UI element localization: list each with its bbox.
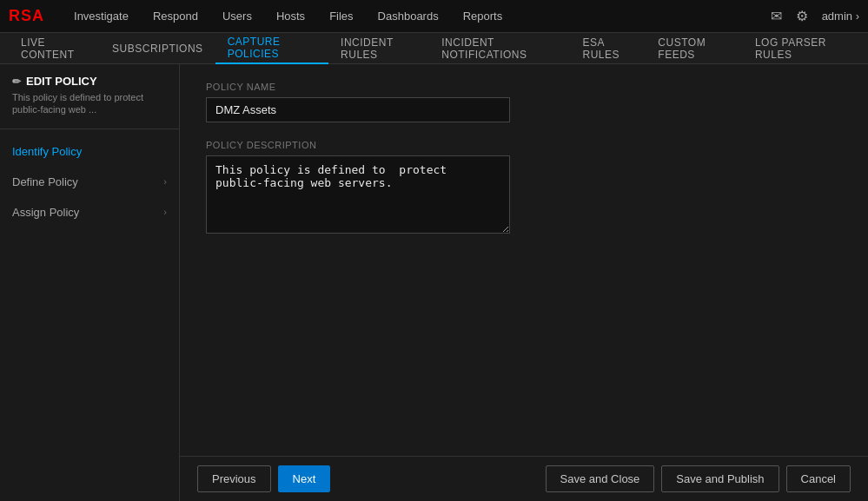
previous-button[interactable]: Previous	[197, 465, 271, 492]
save-close-button[interactable]: Save and Close	[546, 465, 655, 492]
sidebar-assign-policy-label: Assign Policy	[12, 206, 79, 219]
sidebar-item-define-policy[interactable]: Define Policy ›	[0, 167, 179, 197]
policy-desc-label: POLICY DESCRIPTION	[206, 140, 842, 150]
policy-name-input[interactable]	[206, 97, 510, 122]
nav-hosts[interactable]: Hosts	[264, 0, 317, 33]
admin-menu[interactable]: admin ›	[822, 10, 859, 23]
content-area: POLICY NAME POLICY DESCRIPTION This poli…	[180, 64, 868, 501]
next-button[interactable]: Next	[278, 465, 331, 492]
main-content: ✏ EDIT POLICY This policy is defined to …	[0, 64, 868, 501]
sidebar-define-policy-label: Define Policy	[12, 175, 78, 188]
nav-investigate[interactable]: Investigate	[62, 0, 141, 33]
top-right-actions: ✉ ⚙ admin ›	[771, 8, 859, 24]
nav-respond[interactable]: Respond	[141, 0, 210, 33]
subnav-incident-rules[interactable]: INCIDENT RULES	[328, 33, 429, 64]
sidebar-identify-policy-label: Identify Policy	[12, 145, 82, 158]
form-panel: POLICY NAME POLICY DESCRIPTION This poli…	[180, 64, 868, 456]
cancel-button[interactable]: Cancel	[786, 465, 851, 492]
nav-items: Investigate Respond Users Hosts Files Da…	[62, 0, 514, 33]
sidebar-item-assign-policy[interactable]: Assign Policy ›	[0, 197, 179, 227]
subnav-subscriptions[interactable]: SUBSCRIPTIONS	[100, 33, 215, 64]
nav-files[interactable]: Files	[317, 0, 365, 33]
nav-dashboards[interactable]: Dashboards	[366, 0, 451, 33]
nav-reports[interactable]: Reports	[451, 0, 515, 33]
policy-name-label: POLICY NAME	[206, 82, 842, 92]
subnav-log-parser-rules[interactable]: LOG PARSER RULES	[743, 33, 859, 64]
chevron-right-icon-2: ›	[163, 207, 167, 217]
sidebar-divider	[0, 129, 179, 129]
footer-bar: Previous Next Save and Close Save and Pu…	[180, 456, 868, 501]
policy-desc-input[interactable]: This policy is defined to protect public…	[206, 155, 510, 234]
save-publish-button[interactable]: Save and Publish	[661, 465, 779, 492]
chevron-right-icon: ›	[163, 176, 167, 187]
sidebar-header: ✏ EDIT POLICY This policy is defined to …	[0, 64, 179, 122]
rsa-logo: RSA	[9, 7, 44, 25]
top-navbar: RSA Investigate Respond Users Hosts File…	[0, 0, 868, 33]
subnav-esa-rules[interactable]: ESA RULES	[571, 33, 646, 64]
settings-icon[interactable]: ⚙	[796, 8, 808, 24]
edit-policy-label: EDIT POLICY	[26, 75, 97, 88]
policy-name-group: POLICY NAME	[206, 82, 842, 122]
subnav-capture-policies[interactable]: CAPTURE POLICIES	[215, 33, 328, 64]
nav-users[interactable]: Users	[210, 0, 264, 33]
policy-desc-group: POLICY DESCRIPTION This policy is define…	[206, 140, 842, 234]
subnav-live-content[interactable]: LIVE CONTENT	[9, 33, 100, 64]
subnav-custom-feeds[interactable]: CUSTOM FEEDS	[646, 33, 743, 64]
mail-icon[interactable]: ✉	[771, 8, 782, 24]
pencil-icon: ✏	[12, 76, 21, 88]
sub-navbar: LIVE CONTENT SUBSCRIPTIONS CAPTURE POLIC…	[0, 33, 868, 64]
sidebar: ✏ EDIT POLICY This policy is defined to …	[0, 64, 180, 501]
form-section: POLICY NAME POLICY DESCRIPTION This poli…	[206, 82, 842, 438]
sidebar-subtitle: This policy is defined to protect public…	[12, 91, 167, 116]
sidebar-item-identify-policy[interactable]: Identify Policy	[0, 136, 179, 167]
edit-policy-title: ✏ EDIT POLICY	[12, 75, 167, 88]
subnav-incident-notifications[interactable]: INCIDENT NOTIFICATIONS	[429, 33, 570, 64]
